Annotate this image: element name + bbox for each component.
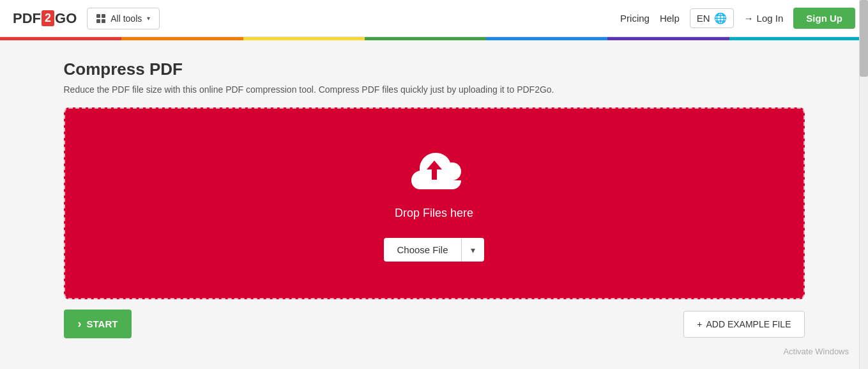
scrollbar[interactable]: [859, 0, 868, 351]
globe-icon: 🌐: [714, 12, 727, 24]
login-label: Log In: [757, 13, 784, 24]
page-title: Compress PDF: [64, 59, 805, 79]
login-arrow-icon: →: [744, 13, 754, 24]
lang-label: EN: [697, 13, 710, 24]
pricing-link[interactable]: Pricing: [620, 13, 650, 24]
add-example-button[interactable]: + ADD EXAMPLE FILE: [683, 311, 804, 338]
logo-prefix: PDF: [13, 10, 41, 27]
all-tools-button[interactable]: All tools ▾: [87, 8, 160, 29]
login-button[interactable]: → Log In: [744, 13, 784, 24]
add-example-icon: +: [697, 319, 702, 329]
all-tools-label: All tools: [110, 13, 142, 24]
header-right: Pricing Help EN 🌐 → Log In Sign Up: [620, 8, 855, 29]
bottom-bar: › START + ADD EXAMPLE FILE: [64, 310, 805, 338]
logo[interactable]: PDF 2 GO: [13, 10, 77, 27]
start-icon: ›: [78, 317, 82, 331]
choose-file-label: Choose File: [384, 238, 461, 262]
help-link[interactable]: Help: [660, 13, 680, 24]
signup-button[interactable]: Sign Up: [793, 8, 855, 29]
header-left: PDF 2 GO All tools ▾: [13, 8, 160, 29]
add-example-label: ADD EXAMPLE FILE: [706, 319, 791, 329]
activate-windows-watermark: Activate Windows: [783, 347, 849, 351]
header: PDF 2 GO All tools ▾ Pricing Help EN 🌐 →…: [0, 0, 868, 37]
page-description: Reduce the PDF file size with this onlin…: [64, 84, 805, 95]
language-button[interactable]: EN 🌐: [690, 8, 734, 28]
main-content: Compress PDF Reduce the PDF file size wi…: [51, 40, 818, 351]
choose-file-button[interactable]: Choose File ▾: [384, 238, 483, 262]
drop-text: Drop Files here: [395, 207, 473, 220]
drop-zone[interactable]: Drop Files here Choose File ▾: [64, 107, 805, 299]
logo-box: 2: [42, 10, 54, 26]
chevron-down-icon: ▾: [147, 15, 150, 22]
start-button[interactable]: › START: [64, 310, 132, 338]
choose-file-dropdown-icon[interactable]: ▾: [461, 239, 484, 262]
grid-icon: [96, 14, 105, 23]
logo-suffix: GO: [55, 10, 77, 27]
upload-cloud-icon: [402, 145, 466, 196]
start-label: START: [87, 318, 118, 329]
scrollbar-thumb[interactable]: [860, 0, 868, 77]
